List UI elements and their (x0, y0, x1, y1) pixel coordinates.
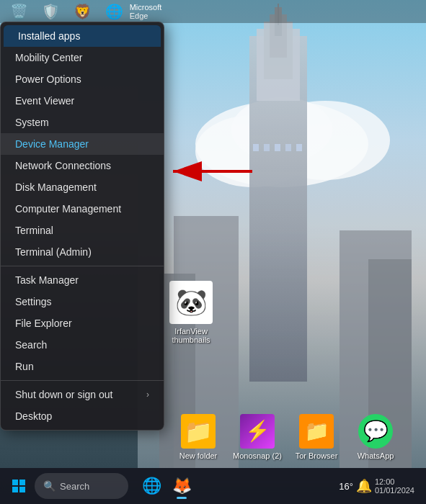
divider-2 (1, 380, 164, 381)
top-bar: 🗑️ 🛡️ 🦁 🌐 MicrosoftEdge (0, 0, 426, 23)
submenu-arrow-icon: › (146, 390, 149, 400)
menu-power-options[interactable]: Power Options (1, 68, 164, 90)
menu-computer-management[interactable]: Computer Management (1, 198, 164, 220)
svg-rect-15 (296, 144, 302, 151)
svg-rect-11 (253, 144, 259, 151)
divider-1 (1, 266, 164, 266)
svg-rect-14 (285, 144, 291, 151)
svg-rect-24 (12, 487, 18, 492)
svg-rect-12 (264, 144, 270, 151)
svg-rect-25 (19, 487, 25, 492)
taskbar-edge-icon[interactable]: 🌐 (137, 472, 166, 500)
microsoft-edge-label: MicrosoftEdge (133, 1, 159, 22)
menu-disk-management[interactable]: Disk Management (1, 176, 164, 198)
monosnap-icon[interactable]: ⚡ Monosnap (2) (232, 414, 283, 461)
brave-icon[interactable]: 🦁 (69, 1, 95, 22)
menu-file-explorer[interactable]: File Explorer (1, 312, 164, 334)
irfanview-image: 🐼 (169, 281, 213, 324)
taskbar-search-icon: 🔍 (43, 480, 56, 492)
menu-terminal-admin[interactable]: Terminal (Admin) (1, 241, 164, 263)
start-button[interactable] (6, 473, 32, 499)
context-menu: Installed apps Mobility Center Power Opt… (0, 22, 164, 431)
desktop: 🗑️ 🛡️ 🦁 🌐 MicrosoftEdge Installed apps M… (0, 0, 426, 504)
menu-terminal[interactable]: Terminal (1, 220, 164, 241)
menu-task-manager[interactable]: Task Manager (1, 269, 164, 291)
menu-search[interactable]: Search (1, 334, 164, 356)
taskbar-search-label: Search (60, 481, 89, 492)
edge-icon[interactable]: 🌐 (101, 1, 127, 22)
temperature-display: 16° (339, 481, 353, 492)
taskbar-search-box[interactable]: 🔍 Search (35, 473, 128, 499)
menu-installed-apps[interactable]: Installed apps (4, 25, 161, 47)
svg-rect-23 (19, 480, 25, 485)
bottom-desktop-icons: 📁 New folder ⚡ Monosnap (2) 📁 Tor Browse… (173, 414, 401, 461)
new-folder-icon[interactable]: 📁 New folder (173, 414, 223, 461)
menu-shut-down[interactable]: Shut down or sign out › (1, 384, 164, 405)
menu-run[interactable]: Run (1, 356, 164, 377)
taskbar-apps: 🌐 🦊 (137, 472, 196, 500)
taskbar: 🔍 Search 🌐 🦊 16° 🔔 12:0001/01/2024 (0, 468, 426, 504)
svg-rect-13 (275, 144, 280, 151)
menu-settings[interactable]: Settings (1, 291, 164, 312)
irfanview-label: IrfanView thumbnails (166, 327, 216, 344)
tor-browser-icon[interactable]: 📁 Tor Browser (291, 414, 342, 461)
menu-event-viewer[interactable]: Event Viewer (1, 90, 164, 112)
menu-network-connections[interactable]: Network Connections (1, 155, 164, 176)
irfanview-icon[interactable]: 🐼 IrfanView thumbnails (166, 281, 216, 344)
city-background (138, 0, 426, 468)
menu-desktop[interactable]: Desktop (1, 405, 164, 427)
menu-device-manager[interactable]: Device Manager (1, 133, 164, 155)
taskbar-explorer-icon[interactable]: 🦊 (167, 472, 196, 500)
menu-mobility-center[interactable]: Mobility Center (1, 47, 164, 68)
menu-system[interactable]: System (1, 112, 164, 133)
taskbar-right: 16° 🔔 12:0001/01/2024 (339, 477, 420, 495)
svg-rect-22 (12, 480, 18, 485)
system-tray: 🔔 (356, 478, 372, 494)
whatsapp-icon[interactable]: 💬 WhatsApp (350, 414, 401, 461)
recycle-bin-icon[interactable]: 🗑️ (6, 1, 32, 22)
taskbar-clock: 12:0001/01/2024 (375, 477, 414, 495)
shield-icon[interactable]: 🛡️ (37, 1, 63, 22)
